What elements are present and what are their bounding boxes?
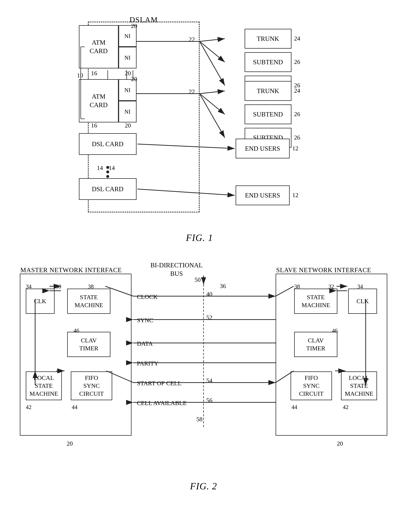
svg-line-2 xyxy=(200,39,225,41)
svg-point-12 xyxy=(106,171,109,173)
fig1-svg xyxy=(73,11,326,245)
svg-line-3 xyxy=(200,41,225,62)
svg-line-36 xyxy=(106,371,133,383)
fig2-container: BI-DIRECTIONALBUS MASTER NETWORK INTERFA… xyxy=(14,259,393,493)
svg-line-8 xyxy=(200,94,225,138)
svg-line-9 xyxy=(137,144,235,149)
svg-line-42 xyxy=(276,286,294,296)
svg-line-7 xyxy=(200,94,225,114)
svg-line-4 xyxy=(200,41,225,86)
fig2-svg xyxy=(14,259,393,493)
svg-line-10 xyxy=(137,189,235,195)
fig1-title: FIG. 1 xyxy=(186,232,213,243)
svg-line-35 xyxy=(105,286,133,296)
page: DSLAM 18 10 ATMCARD NI NI ATMCARD NI NI … xyxy=(0,0,399,532)
fig1-container: DSLAM 18 10 ATMCARD NI NI ATMCARD NI NI … xyxy=(73,11,326,245)
fig2-title: FIG. 2 xyxy=(190,481,217,492)
svg-point-11 xyxy=(106,166,109,169)
svg-point-13 xyxy=(106,175,109,178)
svg-line-6 xyxy=(200,91,225,94)
svg-line-43 xyxy=(276,371,294,383)
